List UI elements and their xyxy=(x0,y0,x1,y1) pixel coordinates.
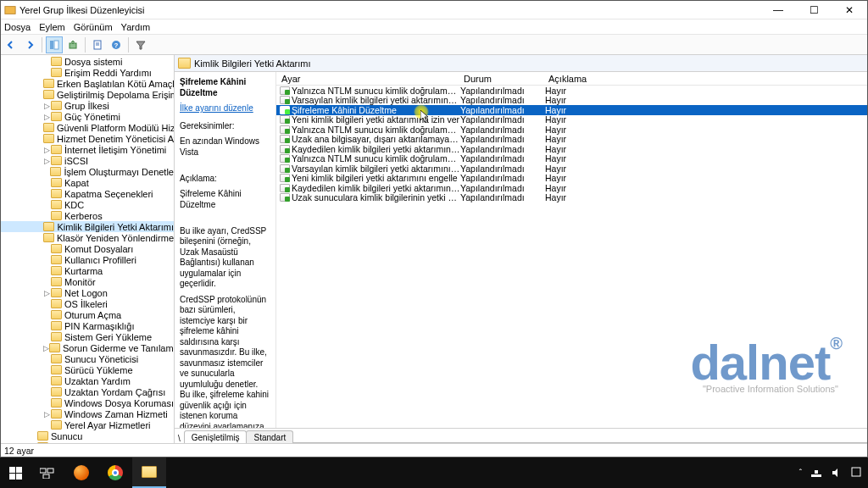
tree-item[interactable]: Erişim Reddi Yardımı xyxy=(1,67,174,78)
edit-policy-link[interactable]: İlke ayarını düzenle xyxy=(180,103,253,114)
setting-row[interactable]: Uzak ana bilgisayar, dışarı aktarılamaya… xyxy=(276,135,867,145)
tree-item[interactable]: ▷iSCSI xyxy=(1,155,174,166)
tree-item-label: Windows Dosya Koruması xyxy=(64,398,174,408)
setting-icon xyxy=(280,125,290,134)
tree-item[interactable]: Geliştirilmiş Depolama Erişimi xyxy=(1,89,174,100)
tree-item[interactable]: ▷Windows Zaman Hizmeti xyxy=(1,408,174,419)
taskbar[interactable]: ˆ xyxy=(0,458,868,488)
minimize-button[interactable]: — xyxy=(760,1,796,19)
setting-row[interactable]: Yeni kimlik bilgileri yetki aktarımına i… xyxy=(276,115,867,125)
svg-text:?: ? xyxy=(114,42,119,49)
tree-item-label: Geliştirilmiş Depolama Erişimi xyxy=(57,90,175,100)
network-icon[interactable] xyxy=(810,467,822,479)
tree-item[interactable]: Sistem Geri Yükleme xyxy=(1,331,174,342)
maximize-button[interactable]: ☐ xyxy=(796,1,832,19)
volume-icon[interactable] xyxy=(831,467,843,479)
setting-row[interactable]: Varsayılan kimlik bilgileri yetki aktarı… xyxy=(276,96,867,106)
firefox-button[interactable] xyxy=(64,458,98,488)
filter-button[interactable] xyxy=(132,36,149,53)
chrome-button[interactable] xyxy=(98,458,132,488)
tree-item[interactable]: Oturum Açma xyxy=(1,309,174,320)
tree-item[interactable]: Sunucu Yöneticisi xyxy=(1,353,174,364)
setting-row[interactable]: Yalnızca NTLM sunucu kimlik doğrulamasıy… xyxy=(276,154,867,164)
col-setting[interactable]: Ayar xyxy=(276,74,459,84)
tree-item[interactable]: Kurtarma xyxy=(1,265,174,276)
tree-item[interactable]: PIN Karmaşıklığı xyxy=(1,320,174,331)
back-button[interactable] xyxy=(3,36,19,53)
tree-item[interactable]: ▷İnternet İletişim Yönetimi xyxy=(1,144,174,155)
start-button[interactable] xyxy=(0,458,31,488)
cell-state: Yapılandırılmadı xyxy=(460,105,545,115)
tree-item[interactable]: ▷Grup İlkesi xyxy=(1,100,174,111)
tree-item[interactable]: Kapat xyxy=(1,177,174,188)
export-button[interactable] xyxy=(64,36,81,53)
tree-pane[interactable]: Dosya sistemiErişim Reddi YardımıErken B… xyxy=(1,55,175,443)
svg-rect-1 xyxy=(50,41,53,49)
tree-item[interactable]: Uzaktan Yardım xyxy=(1,375,174,386)
tab-standard[interactable]: Standart xyxy=(246,430,293,443)
notifications-icon[interactable] xyxy=(851,467,861,479)
setting-row[interactable]: Yalnızca NTLM sunucu kimlik doğrulamasıy… xyxy=(276,125,867,135)
tree-item[interactable]: İşlem Oluşturmayı Denetle xyxy=(1,166,174,177)
tree-item[interactable]: OS İlkeleri xyxy=(1,298,174,309)
description-para1: Bu ilke ayarı, CredSSP bileşenini (örneğ… xyxy=(180,226,270,290)
setting-row[interactable]: Kaydedilen kimlik bilgileri yetki aktarı… xyxy=(276,183,867,193)
setting-row[interactable]: Kaydedilen kimlik bilgileri yetki aktarı… xyxy=(276,144,867,154)
tree-item-label: Kapatma Seçenekleri xyxy=(64,189,153,199)
tree-item[interactable]: Erken Başlatılan Kötü Amaçlı Yazılımdan … xyxy=(1,78,174,89)
tree-item[interactable]: ▷Güç Yönetimi xyxy=(1,111,174,122)
tree-item[interactable]: Yerel Ayar Hizmetleri xyxy=(1,419,174,430)
tree-item[interactable]: Kapatma Seçenekleri xyxy=(1,188,174,199)
tree-item[interactable]: Monitör xyxy=(1,276,174,287)
tree-item-label: Güç Yönetimi xyxy=(64,112,120,122)
tray-chevron-icon[interactable]: ˆ xyxy=(799,469,802,478)
tree-item[interactable]: KDC xyxy=(1,199,174,210)
svg-rect-9 xyxy=(40,469,46,473)
setting-row[interactable]: Şifreleme Kâhini DüzeltmeYapılandırılmad… xyxy=(276,105,867,115)
col-state[interactable]: Durum xyxy=(459,74,543,84)
tree-item[interactable]: Sunucu xyxy=(1,430,174,441)
menu-view[interactable]: Görünüm xyxy=(74,22,113,32)
taskview-button[interactable] xyxy=(31,458,64,488)
close-button[interactable]: ✕ xyxy=(832,1,867,19)
tree-item[interactable]: Sürücü Yükleme xyxy=(1,364,174,375)
tree-item[interactable]: Komut Dosyaları xyxy=(1,243,174,254)
tree-item[interactable]: ▷Net Logon xyxy=(1,287,174,298)
description-pane: Şifreleme Kâhini Düzeltme İlke ayarını d… xyxy=(175,72,276,428)
menu-help[interactable]: Yardım xyxy=(121,22,151,32)
explorer-button[interactable] xyxy=(132,458,166,488)
cell-state: Yapılandırılmadı xyxy=(460,114,545,125)
tree-item[interactable]: Windows Dosya Koruması xyxy=(1,397,174,408)
show-hide-tree-button[interactable] xyxy=(46,36,63,53)
system-tray[interactable]: ˆ xyxy=(799,467,868,479)
forward-button[interactable] xyxy=(21,36,38,53)
tab-extended[interactable]: Genişletilmiş xyxy=(184,430,248,443)
setting-row[interactable]: Uzak sunuculara kimlik bilgilerinin yetk… xyxy=(276,193,867,203)
tree-item-label: Sorun Giderme ve Tanılama xyxy=(63,343,175,353)
col-comment[interactable]: Açıklama xyxy=(543,74,611,84)
tree-item[interactable]: ▷Sorun Giderme ve Tanılama xyxy=(1,342,174,353)
folder-icon xyxy=(37,442,48,443)
tree-item[interactable]: Uzaktan Yordam Çağrısı xyxy=(1,386,174,397)
setting-row[interactable]: Varsayılan kimlik bilgileri yetki aktarı… xyxy=(276,164,867,174)
tree-item[interactable]: Kullanıcı Profilleri xyxy=(1,254,174,265)
setting-row[interactable]: Yalnızca NTLM sunucu kimlik doğrulamasıy… xyxy=(276,86,867,96)
settings-list[interactable]: Ayar Durum Açıklama Yalnızca NTLM sunucu… xyxy=(276,72,867,428)
tree-item[interactable]: Dosya sistemi xyxy=(1,56,174,67)
cell-comment: Hayır xyxy=(545,114,613,125)
tree-item[interactable]: Kimlik Bilgileri Yetki Aktarımı xyxy=(1,221,174,232)
tree-item-label: Hizmet Denetim Yöneticisi Ayarları xyxy=(57,134,175,144)
folder-icon xyxy=(51,310,62,319)
properties-button[interactable] xyxy=(89,36,106,53)
tree-item[interactable]: Klasör Yeniden Yönlendirme xyxy=(1,232,174,243)
tree-item[interactable]: Güvenli Platform Modülü Hizmetleri xyxy=(1,122,174,133)
folder-icon xyxy=(51,332,62,341)
tree-item[interactable]: Hizmet Denetim Yöneticisi Ayarları xyxy=(1,133,174,144)
setting-row[interactable]: Yeni kimlik bilgileri yetki aktarımını e… xyxy=(276,174,867,184)
tree-item[interactable]: ▷Windows Bileşenleri xyxy=(1,441,174,443)
menu-action[interactable]: Eylem xyxy=(39,22,65,32)
description-label: Açıklama: xyxy=(180,174,270,185)
help-button[interactable]: ? xyxy=(108,36,125,53)
menu-file[interactable]: Dosya xyxy=(4,22,31,32)
tree-item[interactable]: Kerberos xyxy=(1,210,174,221)
